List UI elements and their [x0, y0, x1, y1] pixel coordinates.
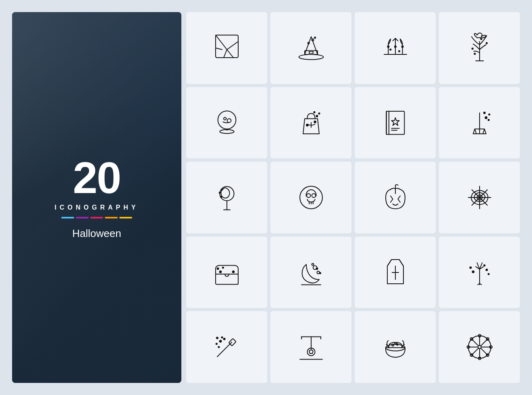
svg-point-58	[219, 192, 220, 193]
svg-point-50	[485, 117, 487, 119]
icon-cemetery-rising	[355, 12, 436, 84]
svg-point-104	[216, 343, 217, 345]
icon-pendulum	[270, 311, 351, 383]
svg-point-39	[318, 113, 320, 114]
icon-haunted-chest	[186, 237, 267, 308]
halloween-label: Halloween	[72, 227, 121, 240]
color-bar-4	[105, 217, 118, 218]
icon-broken-mirror	[186, 12, 267, 84]
svg-line-88	[399, 260, 403, 266]
svg-point-27	[486, 42, 487, 44]
svg-point-96	[486, 269, 487, 270]
svg-point-75	[219, 271, 221, 273]
svg-point-62	[312, 193, 316, 198]
svg-point-30	[218, 111, 236, 129]
svg-rect-73	[216, 274, 238, 285]
svg-point-53	[484, 112, 485, 114]
svg-point-114	[392, 344, 394, 346]
svg-point-40	[314, 112, 315, 113]
svg-point-12	[314, 37, 316, 38]
icon-coffin	[355, 237, 436, 308]
color-bar-3	[90, 217, 103, 218]
svg-rect-100	[229, 339, 236, 346]
icon-fireworks	[439, 237, 520, 308]
svg-rect-0	[216, 35, 238, 58]
svg-point-22	[390, 49, 391, 50]
svg-point-36	[314, 121, 316, 123]
svg-point-21	[395, 46, 396, 48]
svg-point-33	[224, 118, 226, 120]
svg-point-81	[312, 263, 314, 265]
svg-point-83	[316, 268, 318, 269]
svg-point-95	[470, 267, 471, 268]
icon-moon-night	[270, 237, 351, 308]
icon-jack-o-lantern	[355, 162, 436, 233]
icon-cauldron	[355, 311, 436, 383]
svg-point-101	[219, 340, 221, 342]
svg-line-47	[475, 129, 476, 134]
left-panel: 20 ICONOGRAPHY Halloween	[12, 12, 181, 383]
svg-point-10	[312, 39, 314, 41]
icon-halloween-bag	[270, 87, 351, 159]
svg-line-2	[227, 42, 238, 50]
color-bar-1	[61, 217, 74, 218]
svg-point-34	[227, 119, 231, 123]
svg-point-23	[399, 50, 400, 52]
svg-point-19	[387, 46, 389, 48]
svg-line-87	[387, 260, 391, 266]
svg-point-26	[472, 48, 473, 49]
svg-point-51	[488, 114, 490, 115]
svg-point-105	[221, 337, 222, 338]
svg-point-97	[484, 264, 485, 266]
svg-point-80	[317, 271, 319, 273]
svg-point-28	[480, 38, 482, 40]
svg-line-49	[483, 129, 484, 134]
svg-point-98	[488, 273, 489, 274]
icon-spooky-tree	[439, 12, 520, 84]
iconography-label: ICONOGRAPHY	[55, 204, 139, 211]
svg-point-109	[307, 348, 315, 356]
icon-crystal-ball	[186, 87, 267, 159]
svg-point-76	[232, 271, 234, 273]
main-container: 20 ICONOGRAPHY Halloween	[12, 12, 520, 383]
icon-count: 20	[73, 156, 121, 200]
svg-point-61	[306, 193, 310, 198]
color-bars	[61, 217, 132, 218]
svg-point-106	[218, 347, 219, 348]
icon-magic-wand	[186, 311, 267, 383]
icon-skull-coin	[270, 162, 351, 233]
icon-spell-book	[355, 87, 436, 159]
svg-line-3	[224, 50, 227, 58]
svg-point-116	[395, 343, 396, 344]
svg-point-20	[401, 46, 403, 48]
svg-point-77	[217, 268, 218, 269]
svg-point-29	[474, 53, 475, 54]
svg-point-6	[299, 54, 323, 60]
icon-witch-hat	[270, 12, 351, 84]
svg-line-1	[216, 35, 227, 50]
svg-line-5	[216, 48, 222, 50]
svg-line-4	[227, 50, 233, 58]
svg-point-52	[488, 119, 489, 121]
svg-point-38	[316, 115, 318, 117]
svg-point-84	[319, 272, 320, 274]
icon-witch-broom	[439, 87, 520, 159]
icon-spider-web	[439, 162, 520, 233]
svg-line-99	[217, 342, 232, 357]
svg-point-94	[472, 271, 474, 273]
icon-grid	[186, 12, 520, 383]
icon-lollipop	[186, 162, 267, 233]
color-bar-5	[119, 217, 132, 218]
svg-point-102	[216, 337, 218, 339]
svg-point-103	[223, 338, 225, 340]
color-bar-2	[76, 217, 89, 218]
icon-spinning-wheel	[439, 311, 520, 383]
svg-point-78	[222, 267, 223, 268]
svg-point-37	[306, 124, 308, 126]
